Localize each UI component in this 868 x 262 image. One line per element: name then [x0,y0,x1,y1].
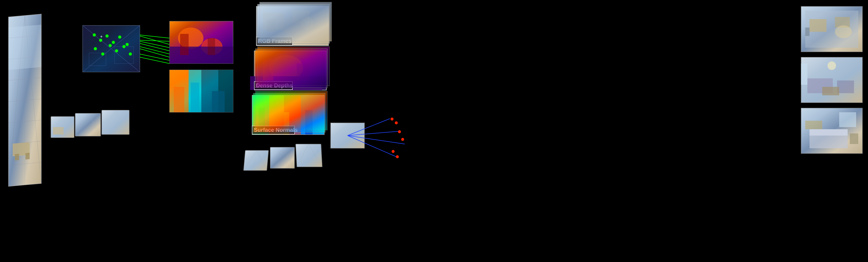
svg-rect-22 [102,110,129,134]
svg-line-49 [140,35,169,38]
depth-image-2 [169,70,233,112]
trajectory-viz [331,118,405,158]
svg-point-120 [392,150,395,153]
matching-panel-group: ✦ [83,25,140,72]
svg-rect-61 [169,46,233,64]
main-container: ✦ [0,0,868,262]
svg-point-39 [105,35,108,37]
svg-point-41 [118,36,121,38]
svg-rect-144 [253,93,325,132]
svg-point-43 [94,47,97,50]
depth-image-1 [169,21,233,64]
svg-rect-104 [270,147,294,168]
svg-point-118 [401,138,404,141]
svg-point-37 [93,33,96,36]
svg-text:✦: ✦ [100,34,103,39]
left-image-group [8,14,41,186]
bottom-curved-frames [244,144,322,170]
svg-point-38 [99,39,102,42]
svg-rect-18 [53,127,64,134]
svg-rect-14 [8,25,41,70]
svg-line-56 [140,54,169,60]
svg-point-46 [115,50,118,52]
svg-point-132 [828,61,836,70]
green-lines-group [140,35,169,64]
svg-rect-142 [255,49,328,88]
svg-point-119 [396,155,399,158]
svg-rect-13 [25,153,30,160]
svg-rect-135 [809,129,848,136]
svg-rect-19 [75,113,101,136]
svg-rect-136 [805,121,822,129]
svg-point-45 [109,44,112,47]
svg-rect-101 [244,151,269,170]
svg-rect-62 [180,34,189,55]
svg-point-44 [101,53,104,56]
svg-rect-129 [837,80,854,93]
diagram-svg: ✦ [0,0,868,262]
svg-point-115 [391,118,394,121]
svg-rect-123 [809,19,827,32]
svg-point-48 [129,53,132,56]
svg-rect-12 [15,154,19,161]
svg-rect-130 [801,64,807,85]
svg-rect-107 [296,144,322,167]
svg-rect-137 [839,112,856,127]
svg-rect-126 [805,28,809,36]
svg-line-57 [140,57,169,64]
svg-point-116 [395,121,398,124]
svg-point-42 [126,43,129,46]
svg-rect-70 [191,83,199,112]
svg-point-47 [123,45,125,48]
svg-point-40 [112,41,115,44]
svg-point-117 [398,130,401,133]
svg-rect-131 [822,87,839,95]
svg-point-125 [835,25,852,38]
far-right-images [801,6,863,154]
svg-rect-63 [208,38,215,55]
curved-frames-group [51,110,129,138]
svg-rect-138 [850,133,858,144]
svg-rect-71 [212,91,225,112]
svg-rect-69 [174,87,184,112]
svg-rect-140 [257,4,330,43]
